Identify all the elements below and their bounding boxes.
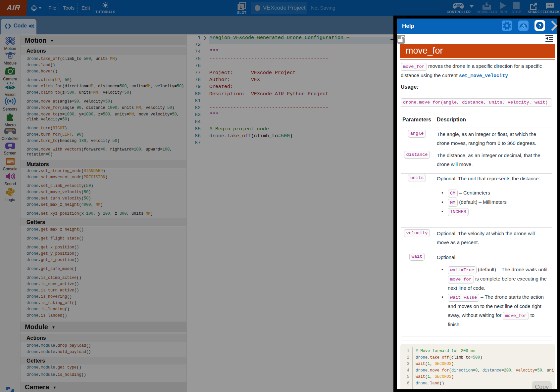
svg-text:?: ? [538,23,541,28]
